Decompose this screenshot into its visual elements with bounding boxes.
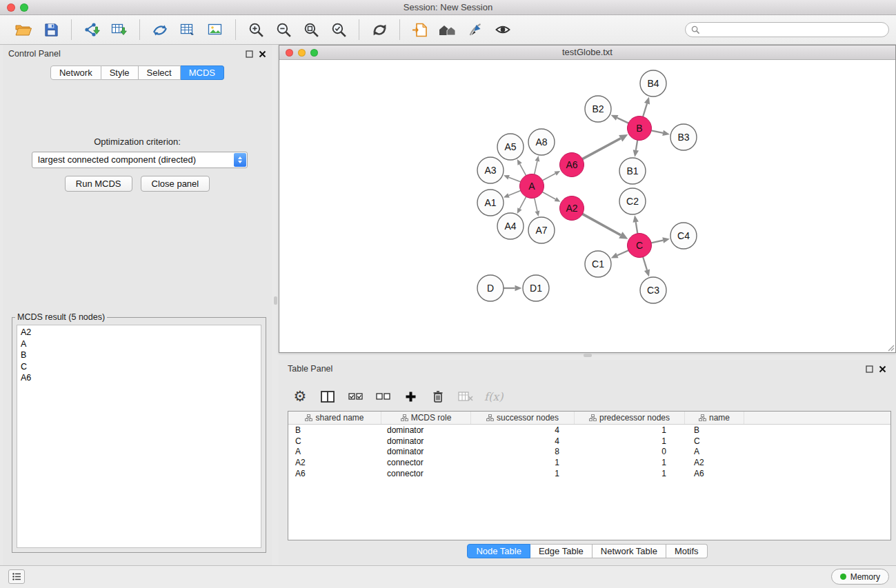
optimization-criterion-dropdown[interactable]: largest connected component (directed)	[32, 152, 248, 168]
zoom-window-button[interactable]	[20, 3, 28, 12]
graph-node-B1[interactable]: B1	[619, 158, 646, 184]
graph-node-C4[interactable]: C4	[670, 223, 697, 249]
table-tab-motifs[interactable]: Motifs	[666, 544, 708, 558]
graph-edge-C-C2[interactable]	[636, 222, 638, 234]
column-visibility-icon[interactable]	[319, 387, 337, 406]
export-image-icon[interactable]	[203, 19, 227, 41]
column-header-successor-nodes[interactable]: successor nodes	[471, 412, 575, 424]
table-tab-network-table[interactable]: Network Table	[593, 544, 666, 558]
control-tab-mcds[interactable]: MCDS	[181, 65, 224, 80]
open-file-icon[interactable]	[12, 19, 35, 41]
delete-column-icon[interactable]	[429, 387, 447, 406]
graph-node-C[interactable]: C	[628, 234, 652, 258]
resize-grip-icon[interactable]	[886, 343, 895, 352]
column-header-mcds-role[interactable]: MCDS role	[381, 412, 471, 424]
graph-edge-A-A3[interactable]	[509, 177, 521, 182]
mcds-result-item[interactable]: A	[17, 338, 261, 350]
deselect-all-rows-icon[interactable]	[374, 387, 392, 406]
network-canvas[interactable]: B4B2BB3A5A8A6A3B1AC2A1A2A4A7C4CC1C3DD1	[279, 60, 895, 352]
network-zoom-button[interactable]	[310, 49, 318, 57]
graph-node-C2[interactable]: C2	[619, 188, 646, 214]
search-input[interactable]	[704, 23, 888, 36]
graph-edge-C-C3[interactable]	[643, 257, 647, 270]
table-row[interactable]: Adominator80A	[288, 446, 890, 457]
delete-table-icon[interactable]	[457, 387, 475, 406]
float-table-panel-icon[interactable]	[866, 365, 873, 373]
zoom-out-icon[interactable]	[272, 19, 295, 41]
close-table-panel-icon[interactable]	[879, 365, 886, 373]
graph-node-A3[interactable]: A3	[477, 157, 504, 183]
graph-edge-A-A4[interactable]	[519, 196, 526, 208]
zoom-fit-icon[interactable]	[299, 19, 323, 41]
column-header-shared-name[interactable]: shared name	[288, 412, 381, 424]
control-tab-select[interactable]: Select	[139, 65, 181, 80]
graph-node-A5[interactable]: A5	[497, 134, 524, 160]
float-panel-icon[interactable]	[246, 50, 253, 58]
graph-node-B2[interactable]: B2	[585, 96, 611, 122]
new-network-icon[interactable]	[148, 19, 172, 41]
graph-edge-C-C4[interactable]	[651, 241, 663, 243]
select-all-rows-icon[interactable]	[346, 387, 364, 406]
import-network-file-icon[interactable]	[80, 19, 103, 41]
graph-edge-A-A6[interactable]	[542, 174, 555, 181]
memory-button[interactable]: Memory	[831, 569, 889, 585]
open-session-document-icon[interactable]	[408, 19, 432, 41]
save-session-icon[interactable]	[39, 19, 63, 41]
add-column-icon[interactable]	[401, 387, 419, 406]
graph-edge-B-B1[interactable]	[636, 140, 637, 150]
mcds-result-item[interactable]: B	[17, 349, 261, 361]
graph-node-A4[interactable]: A4	[497, 213, 524, 239]
graph-node-B4[interactable]: B4	[640, 70, 666, 97]
graph-node-D1[interactable]: D1	[523, 275, 549, 301]
mcds-result-list[interactable]: A2ABCA6	[17, 325, 261, 548]
graph-edge-A-A8[interactable]	[535, 161, 537, 174]
graph-edge-A-A5[interactable]	[520, 164, 526, 176]
function-builder-icon[interactable]: f(x)	[484, 387, 503, 406]
graph-node-C1[interactable]: C1	[585, 251, 611, 277]
network-minimize-button[interactable]	[298, 49, 306, 57]
graph-edge-B-B4[interactable]	[643, 103, 647, 116]
table-row[interactable]: Cdominator41C	[288, 436, 890, 447]
mcds-result-item[interactable]: A2	[17, 327, 261, 338]
mcds-result-item[interactable]: C	[17, 361, 261, 373]
table-row[interactable]: A2connector11A2	[288, 457, 890, 468]
search-field[interactable]	[685, 22, 889, 37]
graph-edge-A2-C[interactable]	[582, 214, 621, 235]
graph-node-A8[interactable]: A8	[528, 129, 555, 155]
column-header-predecessor-nodes[interactable]: predecessor nodes	[575, 412, 685, 424]
network-close-button[interactable]	[286, 49, 293, 57]
mcds-result-item[interactable]: A6	[17, 372, 261, 384]
import-network-table-icon[interactable]	[176, 19, 199, 41]
graph-edge-A-A1[interactable]	[508, 190, 520, 195]
graph-edge-B-B2[interactable]	[617, 118, 629, 123]
graph-edge-A-A2[interactable]	[542, 192, 555, 199]
network-window-titlebar[interactable]: testGlobe.txt	[279, 45, 895, 60]
eye-icon[interactable]	[491, 19, 515, 41]
graph-node-A[interactable]: A	[520, 174, 544, 199]
graph-node-C3[interactable]: C3	[640, 277, 666, 303]
table-tab-node-table[interactable]: Node Table	[467, 544, 530, 558]
graph-node-A6[interactable]: A6	[560, 153, 584, 177]
zoom-selected-icon[interactable]	[327, 19, 350, 41]
control-tab-style[interactable]: Style	[101, 65, 139, 80]
graph-node-A7[interactable]: A7	[528, 217, 555, 243]
graph-node-A1[interactable]: A1	[477, 190, 504, 216]
graph-edge-A6-B[interactable]	[582, 139, 620, 159]
refresh-layout-icon[interactable]	[368, 19, 391, 41]
graph-edge-C-C1[interactable]	[617, 250, 628, 255]
graph-node-B[interactable]: B	[628, 116, 652, 141]
run-mcds-button[interactable]: Run MCDS	[65, 176, 132, 192]
network-overview-home-icon[interactable]	[436, 19, 459, 41]
graph-node-B3[interactable]: B3	[670, 124, 697, 150]
column-header-name[interactable]: name	[685, 412, 744, 424]
close-panel-button[interactable]: Close panel	[141, 176, 210, 192]
graph-node-D[interactable]: D	[477, 275, 504, 301]
graph-node-A2[interactable]: A2	[560, 196, 584, 221]
control-tab-network[interactable]: Network	[50, 65, 101, 80]
zoom-in-icon[interactable]	[244, 19, 268, 41]
graph-edge-A-A7[interactable]	[535, 198, 537, 211]
table-row[interactable]: Bdominator41B	[288, 425, 890, 436]
vertical-splitter-handle[interactable]	[274, 296, 277, 305]
close-window-button[interactable]	[7, 3, 15, 12]
table-row[interactable]: A6connector11A6	[288, 468, 890, 479]
